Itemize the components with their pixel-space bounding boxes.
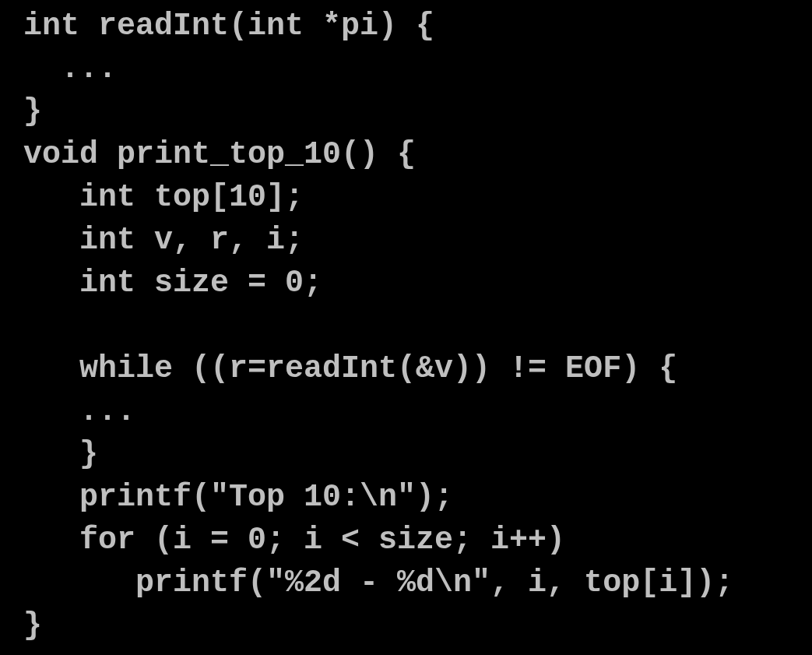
code-block: int readInt(int *pi) { ... } void print_…	[0, 0, 812, 647]
